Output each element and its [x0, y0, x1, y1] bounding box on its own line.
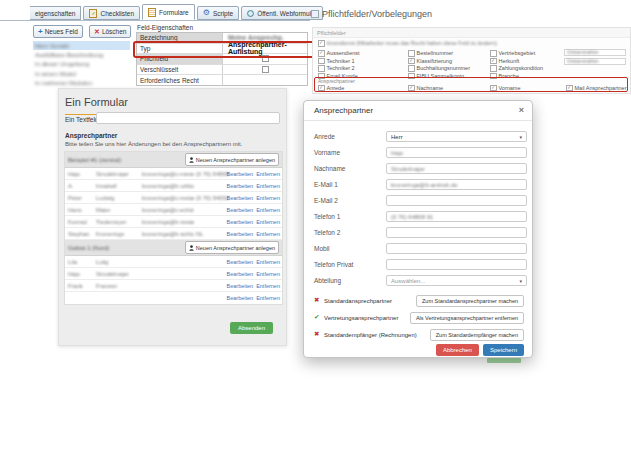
- modal-footer: Abbrechen Speichern: [436, 344, 524, 356]
- edit-link[interactable]: Bearbeiten: [227, 271, 254, 277]
- checkbox[interactable]: ✓: [490, 85, 497, 92]
- mandatory-option[interactable]: ✓Herkunft: [490, 58, 519, 65]
- email1-input[interactable]: kroneringa@b-antrieb.de: [386, 179, 527, 190]
- checkbox[interactable]: [318, 58, 325, 65]
- abteilung-select[interactable]: Auswählen...▾: [386, 275, 527, 286]
- mandatory-option[interactable]: ✓Mail Ansprechpartner: [566, 85, 626, 92]
- edit-link[interactable]: Bearbeiten: [227, 183, 254, 189]
- edit-link[interactable]: Bearbeiten: [227, 259, 254, 265]
- ansprechpartner-table: Beispiel #1 (zentral) Neuen Ansprechpart…: [64, 151, 283, 305]
- field-list-item[interactable]: Mein Vorrath: [33, 41, 130, 50]
- contact-firstname: Peter: [68, 192, 94, 203]
- checkbox[interactable]: ✓: [318, 40, 325, 47]
- email2-input[interactable]: [386, 195, 527, 206]
- remove-link[interactable]: Entfernen: [256, 283, 280, 289]
- mandatory-panel-heading: Pflichtfelder/Vorbelegungen: [311, 9, 432, 19]
- field-label: E-Mail 2: [314, 197, 338, 204]
- checkbox-label: Innendienst (Mitarbeiter muss das Recht …: [327, 40, 497, 46]
- edit-link[interactable]: Bearbeiten: [227, 231, 254, 237]
- checkbox[interactable]: [490, 65, 497, 72]
- mandatory-option[interactable]: ✓Klassifizierung: [408, 58, 452, 65]
- mandatory-option[interactable]: Zahlungskondition: [490, 65, 543, 72]
- submit-button[interactable]: Absenden: [230, 322, 273, 334]
- checkbox[interactable]: ✓: [490, 58, 497, 65]
- checkbox[interactable]: ✓: [408, 58, 415, 65]
- edit-link[interactable]: Bearbeiten: [227, 219, 254, 225]
- delete-field-button[interactable]: ✕ Löschen: [89, 25, 131, 38]
- mandatory-option[interactable]: ✓Vorname: [490, 85, 521, 92]
- checkbox[interactable]: ✓: [318, 85, 325, 92]
- modal-field-abteilung: Abteilung Auswählen...▾: [304, 275, 532, 287]
- tab-scripte[interactable]: ⚙ Scripte: [197, 6, 239, 20]
- mandatory-option[interactable]: Vertriebsgebiet: [490, 50, 535, 57]
- delete-field-label: Löschen: [102, 28, 127, 35]
- mandatory-option[interactable]: Buchhaltungsnummer: [408, 65, 470, 72]
- mobil-input[interactable]: [386, 243, 527, 254]
- checkbox[interactable]: [490, 50, 497, 57]
- remove-link[interactable]: Entfernen: [256, 183, 280, 189]
- remove-link[interactable]: Entfernen: [256, 207, 280, 213]
- add-button-label: Neuen Ansprechpartner anlegen: [196, 245, 275, 251]
- textfield-input[interactable]: [96, 112, 280, 124]
- add-ansprechpartner-button[interactable]: Neuen Ansprechpartner anlegen: [185, 153, 279, 166]
- ansprechpartner-section-label: Ansprechpartner: [65, 132, 117, 139]
- contact-email: kroneringa@c-echtze...: [142, 204, 194, 215]
- checkbox[interactable]: [408, 50, 415, 57]
- remove-link[interactable]: Entfernen: [256, 171, 280, 177]
- make-empfaenger-button[interactable]: Zum Standardempfänger machen: [430, 329, 524, 341]
- remove-link[interactable]: Entfernen: [256, 219, 280, 225]
- form-preview-card: Ein Formular Ein Textfeld Ansprechpartne…: [58, 88, 287, 346]
- remove-link[interactable]: Entfernen: [256, 195, 280, 201]
- vorname-input[interactable]: Hajo: [386, 147, 527, 158]
- tab-formulare[interactable]: Formulare: [142, 4, 195, 20]
- edit-link[interactable]: Bearbeiten: [227, 207, 254, 213]
- preset-input[interactable]: Ortskennzahlen: [564, 58, 626, 65]
- field-list-item[interactable]: In mehreren Modulen: [33, 79, 130, 88]
- nachname-input[interactable]: Strudelmajer: [386, 163, 527, 174]
- telefon2-input[interactable]: [386, 227, 527, 238]
- modal-header: Ansprechpartner ×: [304, 101, 532, 121]
- collapse-icon[interactable]: [311, 10, 319, 18]
- add-ansprechpartner-button[interactable]: Neuen Ansprechpartner anlegen: [185, 241, 279, 254]
- mandatory-option[interactable]: ✓Nachname: [408, 85, 443, 92]
- anrede-select[interactable]: Herr▾: [386, 131, 527, 142]
- telefon-privat-input[interactable]: [386, 259, 527, 270]
- checkbox[interactable]: ✓: [566, 85, 573, 92]
- edit-link[interactable]: Bearbeiten: [227, 283, 254, 289]
- telefon1-input[interactable]: (0 76) 64868 91: [386, 211, 527, 222]
- save-button[interactable]: Speichern: [483, 344, 524, 356]
- edit-link[interactable]: Bearbeiten: [227, 195, 254, 201]
- checkbox[interactable]: ✓: [318, 50, 325, 57]
- mandatory-option[interactable]: Techniker 2: [318, 65, 355, 72]
- verschluesselt-checkbox[interactable]: [262, 66, 269, 73]
- edit-link[interactable]: Bearbeiten: [227, 295, 254, 301]
- textfield-label: Ein Textfeld: [65, 116, 98, 123]
- field-label: Nachname: [314, 165, 345, 172]
- checkbox[interactable]: [318, 65, 325, 72]
- mandatory-option[interactable]: ✓Aussendienst: [318, 50, 360, 57]
- remove-link[interactable]: Entfernen: [256, 295, 280, 301]
- modal-field-nachname: Nachname Strudelmajer: [304, 163, 532, 175]
- master-checkbox-row[interactable]: ✓ Innendienst (Mitarbeiter muss das Rech…: [318, 40, 497, 47]
- new-field-button[interactable]: + Neues Feld: [33, 25, 83, 38]
- field-list-item[interactable]: In dieser Umgebung: [33, 60, 130, 69]
- mandatory-option[interactable]: ✓Anrede: [318, 85, 344, 92]
- status-label: Vertretungsansprechpartner: [324, 315, 398, 321]
- preset-input[interactable]: Ortskennzahlen: [564, 49, 626, 56]
- checkbox[interactable]: [408, 65, 415, 72]
- remove-vertretung-button[interactable]: Als Vertretungsansprechpartner entfernen: [410, 312, 524, 324]
- remove-link[interactable]: Entfernen: [256, 259, 280, 265]
- field-list-item[interactable]: Ausfüllbare Beschreibung: [33, 50, 130, 59]
- mandatory-option[interactable]: Bestellnummer: [408, 50, 453, 57]
- make-standard-button[interactable]: Zum Standardansprechpartner machen: [416, 295, 524, 307]
- field-list-item[interactable]: In einem Modul: [33, 69, 130, 78]
- cancel-button[interactable]: Abbrechen: [436, 344, 479, 356]
- remove-link[interactable]: Entfernen: [256, 231, 280, 237]
- edit-link[interactable]: Bearbeiten: [227, 171, 254, 177]
- remove-link[interactable]: Entfernen: [256, 271, 280, 277]
- mandatory-option[interactable]: Techniker 1: [318, 58, 355, 65]
- tab-checklisten[interactable]: ✓ Checklisten: [83, 6, 140, 20]
- checkbox[interactable]: ✓: [408, 85, 415, 92]
- close-icon[interactable]: ×: [519, 105, 524, 115]
- tab-eigenschaften[interactable]: eigenschaften: [30, 6, 81, 20]
